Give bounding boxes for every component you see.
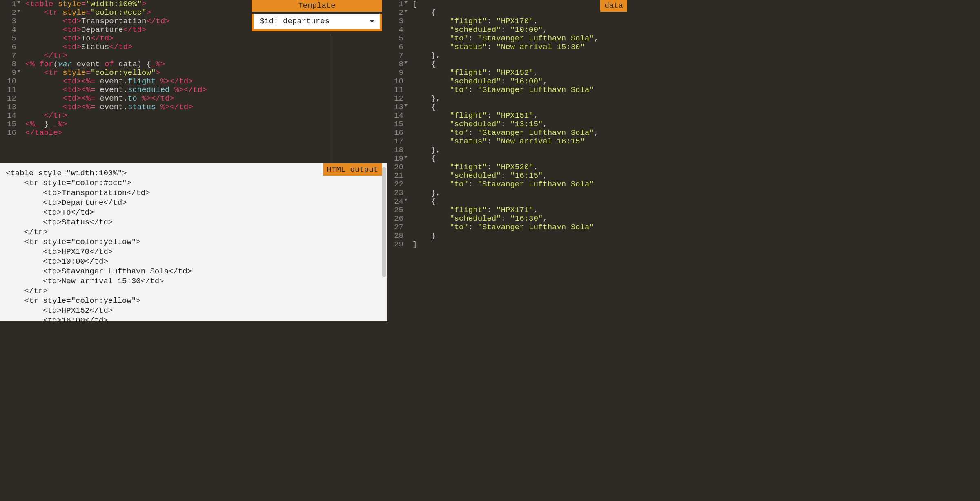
code-line[interactable]: "flight": "HPX151", (412, 112, 627, 120)
fold-icon[interactable] (17, 1, 20, 4)
chevron-down-icon (370, 20, 374, 23)
code-line[interactable]: </tr> (25, 112, 387, 120)
code-line[interactable]: <td>Status</td> (25, 43, 387, 51)
line-number: 10 (387, 77, 403, 86)
code-line[interactable]: ] (412, 240, 627, 249)
line-number: 13 (387, 103, 403, 112)
html-output-badge: HTML output (323, 163, 382, 176)
data-code[interactable]: [ { "flight": "HPX170", "scheduled": "10… (412, 0, 627, 249)
fold-icon[interactable] (404, 199, 408, 201)
code-line[interactable]: </table> (25, 129, 387, 137)
right-column: 1234567891011121314151617181920212223242… (387, 0, 627, 321)
line-number: 26 (387, 215, 403, 223)
code-line[interactable]: <td><%= event.to %></td> (25, 94, 387, 103)
fold-icon[interactable] (17, 10, 20, 12)
code-line[interactable]: }, (412, 94, 627, 103)
code-line[interactable]: </tr> (25, 51, 387, 60)
line-number: 4 (387, 26, 403, 34)
line-number: 25 (387, 206, 403, 215)
template-id-dropdown[interactable]: $id: departures (254, 14, 380, 29)
fold-icon[interactable] (404, 61, 408, 64)
code-line[interactable]: <%_ } _%> (25, 120, 387, 129)
line-number: 3 (0, 17, 16, 26)
line-number: 6 (0, 43, 16, 51)
code-line[interactable]: <td><%= event.scheduled %></td> (25, 86, 387, 94)
line-number: 11 (387, 86, 403, 94)
line-number: 6 (387, 43, 403, 51)
code-line[interactable]: [ (412, 0, 627, 9)
fold-icon[interactable] (404, 10, 408, 12)
html-output-pane[interactable]: HTML output <table style="width:100%"> <… (0, 163, 387, 321)
line-number: 20 (387, 163, 403, 172)
code-line[interactable]: <% for(var event of data) {_%> (25, 60, 387, 69)
code-line[interactable]: }, (412, 51, 627, 60)
code-line[interactable]: "to": "Stavanger Lufthavn Sola" (412, 180, 627, 189)
code-line[interactable]: <tr style="color:yellow"> (25, 69, 387, 77)
data-editor[interactable]: 1234567891011121314151617181920212223242… (387, 0, 627, 321)
code-line[interactable]: "scheduled": "16:15", (412, 172, 627, 180)
line-number: 4 (0, 26, 16, 34)
code-line[interactable]: "scheduled": "16:30", (412, 215, 627, 223)
code-line[interactable]: "flight": "HPX170", (412, 17, 627, 26)
output-scrollbar[interactable] (382, 167, 386, 277)
fold-icon[interactable] (17, 70, 20, 72)
fold-icon[interactable] (404, 156, 408, 158)
code-line[interactable]: }, (412, 146, 627, 154)
code-line[interactable]: }, (412, 189, 627, 197)
code-line[interactable]: "to": "Stavanger Lufthavn Sola", (412, 34, 627, 43)
line-number: 16 (387, 129, 403, 137)
fold-icon[interactable] (404, 1, 408, 4)
html-output-code: <table style="width:100%"> <tr style="co… (0, 163, 387, 321)
data-gutter: 1234567891011121314151617181920212223242… (387, 0, 408, 249)
line-number: 27 (387, 223, 403, 232)
line-number: 11 (0, 86, 16, 94)
code-line[interactable]: "scheduled": "13:15", (412, 120, 627, 129)
code-line[interactable]: "to": "Stavanger Lufthavn Sola", (412, 129, 627, 137)
code-line[interactable]: { (412, 103, 627, 112)
left-column: 12345678910111213141516 <table style="wi… (0, 0, 387, 321)
line-number: 12 (0, 94, 16, 103)
line-number: 15 (387, 120, 403, 129)
line-number: 14 (0, 112, 16, 120)
line-number: 16 (0, 129, 16, 137)
fold-icon[interactable] (404, 104, 408, 107)
code-line[interactable]: <td><%= event.status %></td> (25, 103, 387, 112)
code-line[interactable]: "flight": "HPX520", (412, 163, 627, 172)
line-number: 10 (0, 77, 16, 86)
code-line[interactable]: } (412, 232, 627, 240)
line-number: 13 (0, 103, 16, 112)
code-line[interactable]: "scheduled": "16:00", (412, 77, 627, 86)
dropdown-value: $id: departures (260, 17, 330, 26)
line-number: 2 (0, 9, 16, 17)
line-number: 5 (0, 34, 16, 43)
code-line[interactable]: "scheduled": "10:00", (412, 26, 627, 34)
line-number: 8 (387, 60, 403, 69)
line-number: 21 (387, 172, 403, 180)
code-line[interactable]: { (412, 197, 627, 206)
code-line[interactable]: "status": "New arrival 15:30" (412, 43, 627, 51)
code-line[interactable]: { (412, 9, 627, 17)
line-number: 14 (387, 112, 403, 120)
line-number: 1 (0, 0, 16, 9)
code-line[interactable]: "to": "Stavanger Lufthavn Sola" (412, 223, 627, 232)
code-line[interactable]: "flight": "HPX171", (412, 206, 627, 215)
code-line[interactable]: "flight": "HPX152", (412, 69, 627, 77)
template-editor[interactable]: 12345678910111213141516 <table style="wi… (0, 0, 387, 163)
line-number: 9 (387, 69, 403, 77)
code-line[interactable]: <td>To</td> (25, 34, 387, 43)
template-dropdown-wrap: $id: departures (252, 14, 382, 31)
line-number: 18 (387, 146, 403, 154)
data-scrollbar-track[interactable] (622, 0, 627, 321)
line-number: 28 (387, 232, 403, 240)
code-line[interactable]: <td><%= event.flight %></td> (25, 77, 387, 86)
code-line[interactable]: "to": "Stavanger Lufthavn Sola" (412, 86, 627, 94)
line-number: 9 (0, 69, 16, 77)
template-gutter: 12345678910111213141516 (0, 0, 21, 137)
line-number: 15 (0, 120, 16, 129)
code-line[interactable]: { (412, 60, 627, 69)
line-number: 2 (387, 9, 403, 17)
code-line[interactable]: "status": "New arrival 16:15" (412, 137, 627, 146)
code-line[interactable]: { (412, 154, 627, 163)
line-number: 8 (0, 60, 16, 69)
line-number: 7 (387, 51, 403, 60)
